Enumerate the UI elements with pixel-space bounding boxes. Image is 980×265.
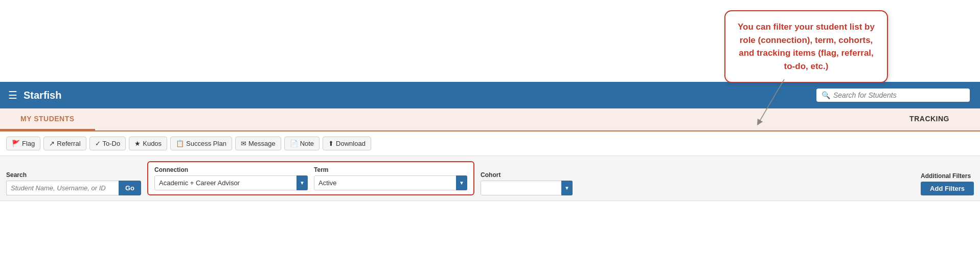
search-bar: 🔍 (816, 89, 970, 102)
term-select[interactable]: Active Spring 2024 Fall 2023 (314, 175, 467, 190)
kudos-label: Kudos (143, 140, 162, 147)
action-toolbar: 🚩 Flag ↗ Referral ✓ To-Do ★ Kudos 📋 Succ… (0, 131, 980, 156)
message-button[interactable]: ✉ Message (235, 137, 281, 150)
download-label: Download (336, 140, 366, 147)
todo-label: To-Do (103, 140, 121, 147)
search-input-group: Go (6, 181, 141, 195)
cohort-label: Cohort (481, 171, 573, 179)
cohort-filter-group: Cohort (481, 171, 573, 195)
note-label: Note (300, 140, 314, 147)
go-button[interactable]: Go (119, 181, 141, 195)
term-filter-group: Term Active Spring 2024 Fall 2023 (314, 166, 467, 190)
message-icon: ✉ (241, 140, 246, 147)
connection-filter-group: Connection Academic + Career Advisor Adv… (154, 166, 308, 190)
connection-label: Connection (154, 166, 308, 173)
search-input[interactable] (833, 91, 965, 99)
term-label: Term (314, 166, 467, 173)
brand-name: Starfish (24, 90, 61, 101)
message-label: Message (248, 140, 276, 147)
note-icon: 📄 (290, 140, 298, 147)
kudos-button[interactable]: ★ Kudos (129, 137, 167, 150)
todo-button[interactable]: ✓ To-Do (89, 137, 126, 150)
add-filters-button[interactable]: Add Filters (921, 182, 974, 195)
student-search-input[interactable] (6, 181, 119, 195)
navbar: ☰ Starfish 🔍 (0, 82, 980, 108)
flag-button[interactable]: 🚩 Flag (6, 137, 40, 150)
svg-line-0 (759, 79, 784, 123)
referral-label: Referral (57, 140, 80, 147)
note-button[interactable]: 📄 Note (284, 137, 320, 150)
tab-bar: MY STUDENTS TRACKING (0, 108, 980, 131)
filter-tooltip: You can filter your student list by role… (724, 10, 888, 83)
search-icon: 🔍 (822, 91, 830, 99)
additional-filters-group: Additional Filters Add Filters (921, 172, 974, 195)
flag-icon: 🚩 (12, 140, 20, 147)
download-button[interactable]: ⬆ Download (323, 137, 371, 150)
download-icon: ⬆ (328, 140, 334, 147)
cohort-select[interactable] (481, 181, 573, 195)
tab-tracking[interactable]: TRACKING (879, 108, 980, 130)
tooltip-arrow (754, 79, 820, 125)
flag-label: Flag (22, 140, 35, 147)
success-plan-icon: 📋 (176, 140, 184, 147)
filter-row: Search Go Connection Academic + Career A… (0, 156, 980, 201)
cohort-select-wrapper (481, 181, 573, 195)
connection-term-highlight: Connection Academic + Career Advisor Adv… (147, 161, 474, 195)
term-select-wrapper: Active Spring 2024 Fall 2023 (314, 175, 467, 190)
success-plan-button[interactable]: 📋 Success Plan (170, 137, 232, 150)
tooltip-text: You can filter your student list by role… (737, 20, 876, 73)
referral-icon: ↗ (49, 140, 55, 147)
search-filter-label: Search (6, 171, 141, 179)
menu-icon[interactable]: ☰ (8, 89, 17, 101)
todo-icon: ✓ (95, 140, 101, 147)
additional-filters-label: Additional Filters (921, 172, 974, 180)
kudos-icon: ★ (134, 140, 141, 147)
success-plan-label: Success Plan (186, 140, 226, 147)
connection-select[interactable]: Academic + Career Advisor Advisor Instru… (154, 175, 308, 190)
referral-button[interactable]: ↗ Referral (43, 137, 86, 150)
tab-my-students[interactable]: MY STUDENTS (0, 108, 95, 130)
search-filter-group: Search Go (6, 171, 141, 195)
connection-select-wrapper: Academic + Career Advisor Advisor Instru… (154, 175, 308, 190)
